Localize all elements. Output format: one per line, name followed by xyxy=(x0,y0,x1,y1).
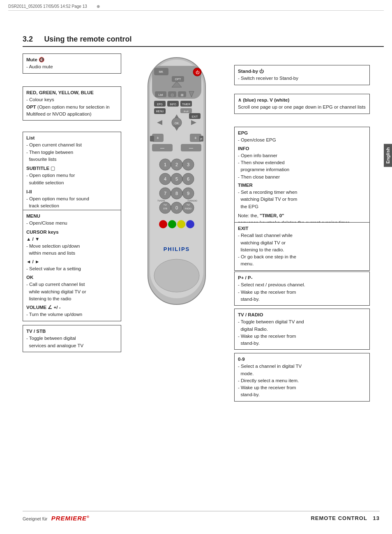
zeronine-title: 0-9 xyxy=(238,356,366,363)
svg-text:EPG: EPG xyxy=(157,103,163,106)
colors-title: RED, GREEN, YELLOW, BLUE xyxy=(26,89,118,96)
list-line2: - Then toggle between favourite lists xyxy=(26,149,118,163)
cursor-title: CURSOR keys xyxy=(26,230,59,234)
pp-title: P+ / P- xyxy=(238,274,366,281)
svg-text:EXIT: EXIT xyxy=(192,115,198,118)
svg-text:OK: OK xyxy=(175,122,179,125)
cursor-lr-line1: - Select value for a setting xyxy=(26,265,118,272)
zeronine-line3: - Wake up the receiver from stand-by. xyxy=(238,384,366,399)
timer-title: TIMER xyxy=(238,183,253,188)
svg-text:3: 3 xyxy=(187,162,189,167)
pp-line2: - Wake up the receiver from stand-by. xyxy=(238,289,366,303)
section-number: 3.2 xyxy=(23,35,33,43)
epg-title: EPG xyxy=(238,130,366,137)
language-tab: English xyxy=(384,144,392,167)
scroll-line1: Scroll one page up or one page down in E… xyxy=(238,104,366,111)
svg-text:2: 2 xyxy=(175,162,178,167)
menu-line1: - Open/Close menu xyxy=(26,220,118,227)
mute-line1: - Audio mute xyxy=(26,63,118,70)
svg-text:TV/STB: TV/STB xyxy=(157,200,165,202)
standby-title: Stand-by ⏻ xyxy=(238,68,366,75)
pp-box: P+ / P- - Select next / previous channel… xyxy=(234,272,370,306)
mute-box: Mute 🔇 - Audio mute xyxy=(23,53,121,74)
header-text: DSR2011_052005 17/05/05 14:52 Page 13 xyxy=(8,4,87,9)
section-title: Using the remote control xyxy=(44,35,131,43)
svg-text:6: 6 xyxy=(187,176,189,181)
svg-text:STB: STB xyxy=(163,207,167,210)
mute-title: Mute 🔇 xyxy=(26,56,118,63)
tvstb-line1: - Toggle between digital services and an… xyxy=(26,335,118,349)
menu-box: MENU - Open/Close menu CURSOR keys ▲ / ▼… xyxy=(23,210,121,321)
svg-text:4: 4 xyxy=(164,176,166,181)
svg-text:TV/RADIO: TV/RADIO xyxy=(187,200,197,202)
svg-rect-37 xyxy=(150,136,154,142)
scroll-title: ∧ (blue) resp. V (white) xyxy=(238,97,366,104)
svg-text:MENU: MENU xyxy=(156,110,164,113)
svg-text:+: + xyxy=(157,136,159,140)
zeronine-box: 0-9 - Select a channel in digital TV mod… xyxy=(234,353,370,402)
remote-control-image: ⏻ MK OPT List ▢ ▤ EPG INFO TIMER P<P MEN… xyxy=(136,53,234,341)
tvstb-title: TV / STB xyxy=(26,328,118,335)
footer-geeignet: Geeignet für PREMIERE® xyxy=(23,515,90,522)
volume-line1: - Turn the volume up/down xyxy=(26,311,118,318)
svg-text:List: List xyxy=(159,93,163,96)
tvradio-line1: - Toggle between digital TV and digital … xyxy=(238,318,366,333)
exit-line1: - Recall last channel while watching dig… xyxy=(238,232,366,253)
ok-title: OK xyxy=(26,275,33,280)
epg-box: EPG - Open/close EPG INFO - Open info ba… xyxy=(234,127,370,229)
footer-right: REMOTE CONTROL 13 xyxy=(311,515,380,521)
page-header: DSR2011_052005 17/05/05 14:52 Page 13 ⊕ xyxy=(8,4,384,11)
premiere-logo: PREMIERE® xyxy=(51,515,90,522)
svg-text:INFO: INFO xyxy=(170,103,176,106)
exit-line2: - Or go back one step in the menu. xyxy=(238,253,366,268)
volume-title: VOLUME ∠ +/ - xyxy=(26,305,61,310)
svg-point-74 xyxy=(159,220,167,228)
remote-svg: ⏻ MK OPT List ▢ ▤ EPG INFO TIMER P<P MEN… xyxy=(136,53,218,321)
svg-point-79 xyxy=(154,259,199,292)
svg-text:▤: ▤ xyxy=(181,93,184,96)
svg-text:+: + xyxy=(194,136,197,140)
cursor-lr: ◄ / ► xyxy=(26,259,39,264)
colors-box: RED, GREEN, YELLOW, BLUE - Colour keys O… xyxy=(23,86,121,121)
svg-text:TV/: TV/ xyxy=(187,204,190,206)
cursor-ud-line1: - Move selection up/down within menus an… xyxy=(26,243,118,257)
ok-line1: - Call up current channel list while wat… xyxy=(26,281,118,302)
iii-title: I-II xyxy=(26,189,32,194)
list-title: List xyxy=(26,135,118,142)
standby-box: Stand-by ⏻ - Switch receiver to Stand-by xyxy=(234,65,370,85)
iii-line1: - Open option menu for sound track selec… xyxy=(26,195,118,210)
svg-text:—: — xyxy=(160,146,164,150)
info-line3: - Then close banner xyxy=(238,174,366,181)
svg-text:1: 1 xyxy=(164,162,166,167)
tvstb-box: TV / STB - Toggle between digital servic… xyxy=(23,325,121,352)
colors-opt: OPT (Open option menu for selection in M… xyxy=(26,104,118,118)
info-title: INFO xyxy=(238,146,249,151)
page-number: 13 xyxy=(373,515,380,521)
tvradio-title: TV / RADIO xyxy=(238,311,366,318)
svg-text:P<P: P<P xyxy=(184,110,189,113)
info-line1: - Open info banner xyxy=(238,152,366,159)
tvradio-line2: - Wake up the receiver from stand-by. xyxy=(238,333,366,347)
svg-text:P: P xyxy=(201,138,203,141)
svg-text:9: 9 xyxy=(187,191,189,196)
svg-text:MK: MK xyxy=(159,70,164,73)
svg-text:OPT: OPT xyxy=(175,78,181,81)
menu-title: MENU xyxy=(26,213,118,220)
exit-title: EXIT xyxy=(238,225,366,232)
svg-text:5: 5 xyxy=(175,176,178,181)
svg-point-76 xyxy=(177,220,185,228)
zeronine-line1: - Select a channel in digital TV mode. xyxy=(238,363,366,377)
list-box: List - Open current channel list - Then … xyxy=(23,132,121,213)
colors-line1: - Colour keys xyxy=(26,96,118,103)
exit-box: EXIT - Recall last channel while watchin… xyxy=(234,222,370,271)
svg-text:7: 7 xyxy=(164,191,166,196)
svg-text:TV/: TV/ xyxy=(164,204,167,206)
scroll-box: ∧ (blue) resp. V (white) Scroll one page… xyxy=(234,94,370,114)
svg-text:PHILIPS: PHILIPS xyxy=(164,246,190,252)
subtitle-line1: - Open option menu for subtitle selectio… xyxy=(26,172,118,186)
standby-line1: - Switch receiver to Stand-by xyxy=(238,75,366,82)
svg-text:TIMER: TIMER xyxy=(182,103,191,106)
svg-text:8: 8 xyxy=(175,191,178,196)
timer-line1: - Set a recording timer when watching Di… xyxy=(238,189,366,210)
tvradio-box: TV / RADIO - Toggle between digital TV a… xyxy=(234,309,370,350)
